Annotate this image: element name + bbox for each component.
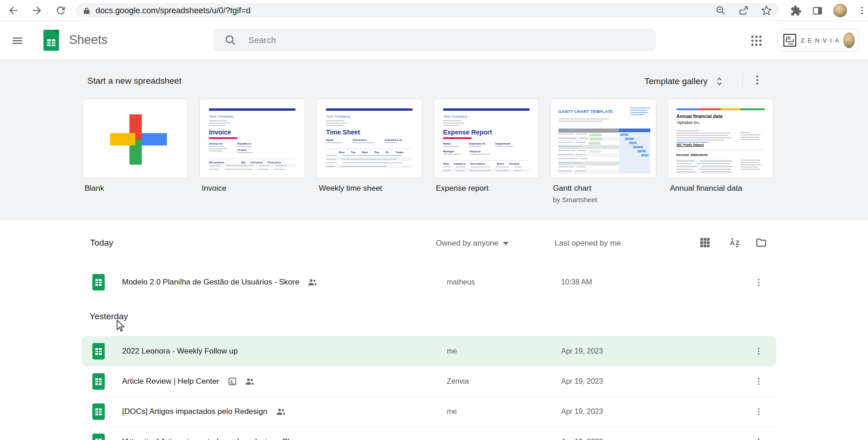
contact-card-icon	[227, 376, 237, 386]
template-card-invoice[interactable]: Your Company Invoice Invoice for Payable…	[199, 99, 305, 178]
grid-view-icon[interactable]	[699, 236, 711, 249]
file-date: Apr 19, 2023	[561, 408, 603, 416]
last-opened-column-header[interactable]: Last opened by me	[555, 239, 621, 248]
row-menu-icon[interactable]	[752, 276, 765, 289]
sheets-file-icon	[92, 343, 105, 360]
row-menu-icon[interactable]	[752, 345, 765, 358]
file-owner: Zenvia	[447, 377, 469, 386]
account-avatar[interactable]	[843, 32, 855, 48]
back-icon[interactable]	[7, 5, 19, 16]
forward-icon[interactable]	[31, 5, 43, 16]
template-label-annual: Annual financial data	[670, 184, 742, 193]
account-badge[interactable]: Z·E·N·V·I·A	[777, 29, 859, 52]
url-bar[interactable]: docs.google.com/spreadsheets/u/0/?tgif=d	[76, 3, 779, 18]
plus-yellow	[110, 133, 135, 145]
search-bar[interactable]	[213, 29, 656, 51]
google-apps-icon[interactable]	[750, 34, 763, 47]
shared-people-icon	[276, 407, 286, 417]
app-title[interactable]: Sheets	[69, 33, 107, 47]
section-heading-today: Today	[90, 238, 113, 248]
template-menu-icon[interactable]	[751, 74, 763, 86]
file-date: Apr 19, 2023	[561, 438, 603, 440]
extensions-icon[interactable]	[790, 5, 802, 16]
file-date: 10:38 AM	[561, 278, 592, 286]
file-row[interactable]: Modelo 2.0 Planilha de Gestão de Usuário…	[82, 267, 776, 297]
browser-profile-avatar[interactable]	[833, 4, 847, 17]
reload-icon[interactable]	[55, 5, 67, 16]
file-title: [DOCs] Artigos impactados pelo Redesign	[122, 407, 268, 416]
zoom-out-icon[interactable]	[715, 5, 726, 16]
template-gallery-label: Template gallery	[644, 76, 707, 86]
template-label-blank: Blank	[85, 184, 104, 193]
caret-down-icon	[503, 242, 509, 245]
open-file-picker-folder-icon[interactable]	[755, 236, 767, 249]
template-section: Start a new spreadsheet Template gallery…	[0, 59, 868, 220]
template-card-blank[interactable]	[82, 99, 188, 178]
app-header: Sheets Z·E·N·V·I·A	[0, 21, 868, 59]
search-icon[interactable]	[224, 34, 236, 46]
file-title: [Attractive] Artigos impactados pelo red…	[122, 437, 303, 440]
mouse-cursor	[115, 320, 126, 332]
sheets-file-icon	[92, 274, 105, 290]
lock-icon[interactable]	[83, 7, 90, 15]
template-card-timesheet[interactable]: Your Company Time Sheet Name Timeframe S…	[316, 99, 422, 178]
file-title: Modelo 2.0 Planilha de Gestão de Usuário…	[122, 278, 299, 287]
template-card-gantt[interactable]: GANTT CHART TEMPLATE	[551, 99, 656, 178]
share-icon[interactable]	[738, 5, 749, 16]
template-label-gantt: Gantt chart	[553, 184, 591, 193]
file-row-selected[interactable]: 2022 Leonora - Weekly Follow up me Apr 1…	[82, 336, 776, 366]
shared-people-icon	[307, 277, 317, 287]
sheets-file-icon	[92, 403, 105, 420]
owner-filter-dropdown[interactable]: Owned by anyone	[436, 239, 509, 248]
main-menu-icon[interactable]	[11, 34, 24, 47]
unfold-more-icon	[714, 76, 725, 87]
file-date: Apr 19, 2023	[561, 377, 603, 386]
bookmark-star-icon[interactable]	[761, 5, 772, 16]
sheets-logo-icon[interactable]	[43, 30, 59, 51]
divider	[742, 73, 743, 88]
section-heading-yesterday: Yesterday	[90, 311, 128, 322]
svg-text:Z: Z	[735, 239, 739, 247]
search-input[interactable]	[248, 35, 614, 45]
template-label-expense: Expense report	[436, 184, 488, 193]
browser-toolbar: docs.google.com/spreadsheets/u/0/?tgif=d	[0, 0, 868, 21]
row-menu-icon[interactable]	[752, 435, 765, 440]
file-owner: me	[447, 347, 457, 355]
template-section-title: Start a new spreadsheet	[87, 76, 182, 86]
file-row[interactable]: [DOCs] Artigos impactados pelo Redesign …	[82, 397, 776, 427]
file-title: Article Review | Help Center	[122, 377, 219, 386]
file-row[interactable]: Article Review | Help Center Zenvia Apr …	[82, 366, 776, 397]
row-menu-icon[interactable]	[752, 375, 765, 388]
template-sublabel-gantt: by Smartsheet	[553, 196, 597, 204]
file-date: Apr 19, 2023	[561, 347, 603, 355]
browser-menu-icon[interactable]	[857, 5, 867, 16]
url-text[interactable]: docs.google.com/spreadsheets/u/0/?tgif=d	[96, 6, 251, 16]
template-label-timesheet: Weekly time sheet	[319, 184, 382, 193]
shared-people-icon	[245, 376, 255, 386]
template-card-annual[interactable]: Annual financial data Alphabet Inc. SEC …	[668, 99, 773, 178]
template-label-invoice: Invoice	[202, 184, 226, 193]
sheets-file-icon	[92, 373, 105, 390]
file-row[interactable]: [Attractive] Artigos impactados pelo red…	[82, 427, 776, 440]
plus-blue	[142, 133, 167, 145]
template-card-expense[interactable]: Your Company Expense Report Name Employe…	[434, 99, 539, 178]
file-owner: matheus	[447, 278, 475, 286]
template-gallery-button[interactable]: Template gallery	[644, 76, 725, 87]
sort-az-icon[interactable]: AZ	[729, 236, 741, 249]
svg-text:A: A	[730, 239, 735, 247]
sheets-file-icon	[92, 434, 105, 440]
row-menu-icon[interactable]	[752, 405, 765, 418]
side-panel-icon[interactable]	[812, 5, 823, 16]
account-org-name: Z·E·N·V·I·A	[801, 37, 840, 44]
file-title: 2022 Leonora - Weekly Follow up	[122, 347, 238, 356]
file-owner: me	[447, 408, 457, 416]
zenvia-logo-icon	[782, 33, 797, 48]
